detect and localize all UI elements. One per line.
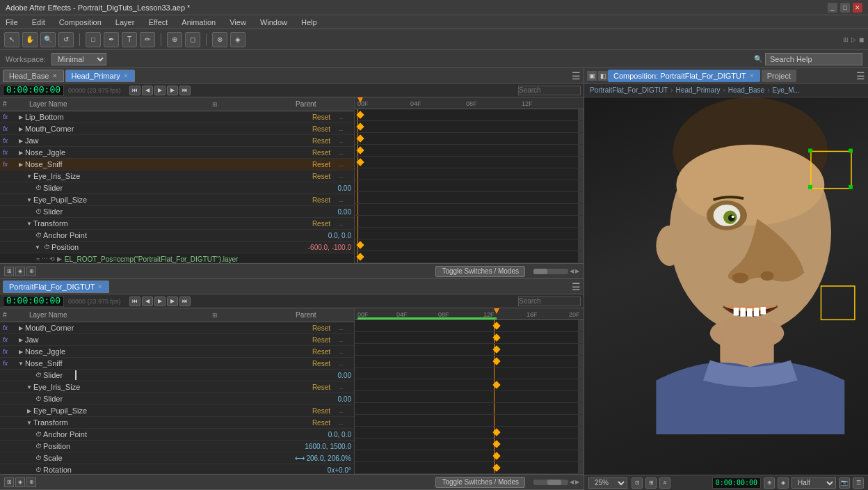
anchor-point-row-top[interactable]: ⏱ Anchor Point 0.0, 0.0 bbox=[0, 230, 354, 242]
scroll-left-bottom[interactable]: ◀ bbox=[570, 479, 574, 485]
tb-icon2[interactable]: ◈ bbox=[15, 267, 25, 276]
layer-row[interactable]: fx ▶ Mouth_Corner Reset ... bbox=[0, 123, 354, 135]
layer-row[interactable]: fx ▶ Jaw Reset ... bbox=[0, 334, 354, 346]
layer-row[interactable]: fx ▶ Nose_Jggle Reset ... bbox=[0, 147, 354, 159]
layer-reset[interactable]: Reset bbox=[303, 149, 330, 157]
menu-window[interactable]: Window bbox=[257, 18, 290, 26]
layer-reset[interactable]: Reset bbox=[303, 161, 330, 168]
layer-toggle[interactable]: ▶ bbox=[17, 148, 25, 157]
tb-icon3-b[interactable]: ⊕ bbox=[26, 477, 36, 487]
close-button[interactable]: ✕ bbox=[853, 3, 862, 13]
tab-project[interactable]: Project bbox=[762, 70, 796, 82]
layer-row[interactable]: ⏱ Position 1600.0, 1500.0 bbox=[0, 441, 354, 452]
top-time-display[interactable]: 0:00:00:00 bbox=[3, 85, 64, 96]
layer-reset[interactable]: Reset bbox=[303, 360, 330, 368]
layer-reset[interactable]: Reset bbox=[303, 173, 330, 180]
layer-reset[interactable]: Reset bbox=[303, 137, 330, 145]
scroll-right-bottom[interactable]: ▶ bbox=[575, 479, 579, 485]
menu-file[interactable]: File bbox=[3, 18, 21, 26]
layer-toggle[interactable]: ▼ bbox=[25, 418, 33, 427]
layer-row[interactable]: ⏱ Slider 0.00 bbox=[0, 370, 354, 381]
layer-toggle[interactable]: ▶ bbox=[17, 160, 25, 168]
layer-toggle[interactable]: ▼ bbox=[25, 172, 33, 180]
safe-margins-btn[interactable]: ⊞ bbox=[645, 477, 657, 489]
composition-viewer[interactable] bbox=[584, 97, 868, 475]
brush-tool[interactable]: ✏ bbox=[140, 32, 155, 47]
bottom-layer-list[interactable]: # Layer Name ⊞ Parent fx ▶ Mouth_Corner … bbox=[0, 308, 355, 474]
layer-row[interactable]: ▶ Eye_Pupil_Size Reset ... bbox=[0, 405, 354, 417]
workspace-selector[interactable]: Minimal Standard All Panels bbox=[51, 53, 106, 65]
text-tool[interactable]: T bbox=[122, 32, 137, 47]
bottom-search[interactable] bbox=[518, 297, 581, 306]
close-head-base[interactable]: ✕ bbox=[52, 72, 58, 79]
scroll-bar-h[interactable] bbox=[533, 269, 568, 274]
zoom-tool[interactable]: 🔍 bbox=[40, 32, 56, 47]
tb-icon1[interactable]: ⊞ bbox=[4, 267, 14, 276]
top-layer-list[interactable]: # Layer Name ⊞ Parent fx ▶ Lip_Bottom Re… bbox=[0, 97, 355, 263]
toggle-switches-modes-bottom[interactable]: Toggle Switches / Modes bbox=[435, 477, 525, 488]
right-panel-menu[interactable]: ☰ bbox=[856, 70, 865, 81]
anchor-point-row-bottom[interactable]: ⏱ Anchor Point 0.0, 0.0 bbox=[0, 429, 354, 441]
breadcrumb-head-primary[interactable]: Head_Primary bbox=[676, 86, 721, 94]
scroll-right[interactable]: ▶ bbox=[575, 268, 579, 274]
layer-reset[interactable]: Reset bbox=[303, 324, 330, 332]
layer-row[interactable]: ▼ Transform Reset ... bbox=[0, 417, 354, 429]
layer-toggle[interactable]: ▼ bbox=[25, 219, 33, 228]
scroll-left[interactable]: ◀ bbox=[570, 268, 574, 274]
scroll-bar-h-bottom[interactable] bbox=[533, 480, 568, 485]
layer-row-selected[interactable]: fx ▶ Nose_Sniff Reset ... bbox=[0, 159, 354, 171]
bottom-time-display[interactable]: 0:00:00:00 bbox=[3, 296, 64, 307]
layer-toggle[interactable]: ▼ bbox=[17, 359, 25, 368]
layer-row[interactable]: fx ▶ Nose_Jggle Reset ... bbox=[0, 346, 354, 358]
layer-reset[interactable]: Reset bbox=[303, 113, 330, 121]
minimize-button[interactable]: _ bbox=[828, 3, 837, 13]
take-snapshot[interactable]: 📷 bbox=[839, 477, 850, 489]
step-fwd-bottom[interactable]: ▶ bbox=[167, 297, 178, 306]
layer-row[interactable]: fx ▶ Mouth_Corner Reset ... bbox=[0, 322, 354, 334]
eraser-tool[interactable]: ◻ bbox=[185, 32, 200, 47]
layer-row[interactable]: ⏱ Scale ⟷ 206.0, 206.0% bbox=[0, 452, 354, 464]
layer-row[interactable]: ▼ ⏱ Position -600.0, -100.0 bbox=[0, 242, 354, 253]
tab-head-primary[interactable]: Head_Primary ✕ bbox=[65, 70, 135, 82]
layer-row[interactable]: fx ▼ Nose_Sniff Reset ... bbox=[0, 358, 354, 370]
selection-tool[interactable]: ↖ bbox=[4, 32, 19, 47]
tb-icon2-b[interactable]: ◈ bbox=[15, 477, 25, 487]
quality-selector[interactable]: Half Full Third Quarter bbox=[791, 477, 836, 489]
search-input[interactable] bbox=[765, 53, 862, 65]
goto-start-bottom[interactable]: ⏮ bbox=[129, 297, 140, 306]
menu-view[interactable]: View bbox=[227, 18, 249, 26]
layer-row[interactable]: ▼ Eye_Iris_Size Reset ... bbox=[0, 171, 354, 182]
goto-end-bottom[interactable]: ⏭ bbox=[179, 297, 191, 306]
menu-composition[interactable]: Composition bbox=[56, 18, 104, 26]
layer-toggle[interactable]: ▶ bbox=[17, 335, 25, 344]
layer-row[interactable]: ⏱ Slider 0.00 bbox=[0, 393, 354, 405]
tab-composition-viewer[interactable]: Composition: PortraitFlat_For_DIGTUT ✕ bbox=[608, 70, 760, 82]
layer-reset[interactable]: Reset bbox=[303, 348, 330, 356]
layer-row[interactable]: fx ▶ Lip_Bottom Reset ... bbox=[0, 111, 354, 123]
layer-toggle[interactable]: ▶ bbox=[17, 125, 25, 133]
layer-reset[interactable]: Reset bbox=[303, 407, 330, 415]
maximize-button[interactable]: □ bbox=[840, 3, 850, 13]
menu-animation[interactable]: Animation bbox=[179, 18, 218, 26]
step-back[interactable]: ◀ bbox=[142, 86, 153, 95]
layer-reset[interactable]: Reset bbox=[303, 384, 330, 391]
goto-end[interactable]: ⏭ bbox=[179, 86, 191, 95]
menu-layer[interactable]: Layer bbox=[113, 18, 138, 26]
layer-reset[interactable]: Reset bbox=[303, 125, 330, 133]
layer-reset[interactable]: Reset bbox=[303, 196, 330, 204]
layer-toggle[interactable]: ▶ bbox=[17, 136, 25, 145]
close-portrait-flat[interactable]: ✕ bbox=[97, 283, 103, 290]
zoom-selector[interactable]: 25% 50% 100% bbox=[588, 477, 627, 489]
layer-toggle[interactable]: ▼ bbox=[33, 243, 42, 251]
layer-toggle[interactable]: ▶ bbox=[17, 347, 25, 356]
comp-tab-close[interactable]: ✕ bbox=[749, 72, 755, 79]
layer-toggle[interactable]: ▶ bbox=[17, 113, 25, 121]
layer-toggle[interactable]: ▶ bbox=[17, 324, 25, 332]
menu-edit[interactable]: Edit bbox=[29, 18, 48, 26]
layer-toggle[interactable]: ▼ bbox=[25, 383, 33, 391]
roto-tool[interactable]: ⊗ bbox=[212, 32, 227, 47]
layer-row[interactable]: fx ▶ Jaw Reset ... bbox=[0, 135, 354, 147]
clone-tool[interactable]: ⊕ bbox=[167, 32, 182, 47]
grid-btn[interactable]: # bbox=[659, 477, 670, 489]
view-options[interactable]: ⊕ bbox=[764, 477, 775, 489]
